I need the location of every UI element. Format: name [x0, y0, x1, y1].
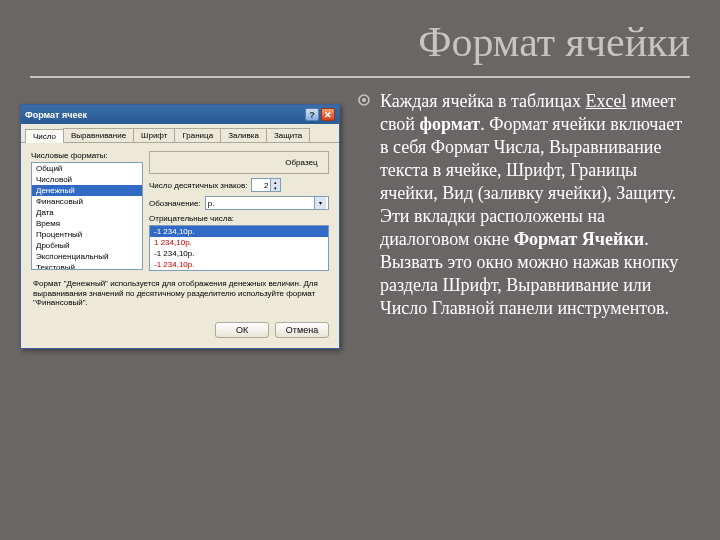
formats-label: Числовые форматы: [31, 151, 143, 160]
close-button[interactable]: ✕ [321, 108, 335, 121]
spin-down-icon[interactable]: ▾ [270, 185, 280, 191]
svg-point-1 [362, 98, 366, 102]
list-item[interactable]: Дробный [32, 240, 142, 251]
list-item[interactable]: Финансовый [32, 196, 142, 207]
tab-font[interactable]: Шрифт [133, 128, 175, 142]
cancel-button[interactable]: Отмена [275, 322, 329, 338]
format-description: Формат "Денежный" используется для отобр… [31, 277, 329, 316]
bullet-icon [358, 90, 372, 320]
list-item[interactable]: 1 234,10р. [150, 237, 328, 248]
currency-combo[interactable]: р. ▾ [205, 196, 329, 210]
list-item[interactable]: Экспоненциальный [32, 251, 142, 262]
tab-fill[interactable]: Заливка [220, 128, 267, 142]
dialog-titlebar: Формат ячеек ? ✕ [21, 105, 339, 124]
tab-alignment[interactable]: Выравнивание [63, 128, 134, 142]
negative-listbox[interactable]: -1 234,10р. 1 234,10р. -1 234,10р. -1 23… [149, 225, 329, 271]
format-cells-dialog: Формат ячеек ? ✕ Число Выравнивание Шриф… [20, 104, 340, 349]
decimals-spinner[interactable]: ▴▾ [251, 178, 281, 192]
tab-border[interactable]: Граница [174, 128, 221, 142]
currency-value: р. [208, 199, 215, 208]
body-text: Каждая ячейка в таблицах Excel имеет сво… [358, 90, 690, 335]
dialog-screenshot: Формат ячеек ? ✕ Число Выравнивание Шриф… [20, 104, 340, 349]
ok-button[interactable]: ОК [215, 322, 269, 338]
sample-label: Образец [285, 158, 317, 167]
help-button[interactable]: ? [305, 108, 319, 121]
list-item[interactable]: Общий [32, 163, 142, 174]
list-item[interactable]: Процентный [32, 229, 142, 240]
tab-protection[interactable]: Защита [266, 128, 310, 142]
page-title: Формат ячейки [0, 0, 720, 70]
paragraph: Каждая ячейка в таблицах Excel имеет сво… [380, 90, 690, 320]
list-item[interactable]: Денежный [32, 185, 142, 196]
list-item[interactable]: Время [32, 218, 142, 229]
negative-label: Отрицательные числа: [149, 214, 329, 223]
currency-label: Обозначение: [149, 199, 201, 208]
list-item[interactable]: Дата [32, 207, 142, 218]
tab-strip: Число Выравнивание Шрифт Граница Заливка… [21, 124, 339, 143]
list-item[interactable]: -1 234,10р. [150, 259, 328, 270]
decimals-label: Число десятичных знаков: [149, 181, 247, 190]
decimals-input[interactable] [252, 181, 270, 190]
list-item[interactable]: -1 234,10р. [150, 226, 328, 237]
dialog-title: Формат ячеек [25, 110, 87, 120]
content-row: Формат ячеек ? ✕ Число Выравнивание Шриф… [0, 78, 720, 335]
chevron-down-icon[interactable]: ▾ [314, 197, 326, 209]
list-item[interactable]: Текстовый [32, 262, 142, 270]
list-item[interactable]: Числовой [32, 174, 142, 185]
tab-number[interactable]: Число [25, 129, 64, 143]
sample-box: Образец [149, 151, 329, 174]
formats-listbox[interactable]: Общий Числовой Денежный Финансовый Дата … [31, 162, 143, 270]
list-item[interactable]: -1 234,10р. [150, 248, 328, 259]
